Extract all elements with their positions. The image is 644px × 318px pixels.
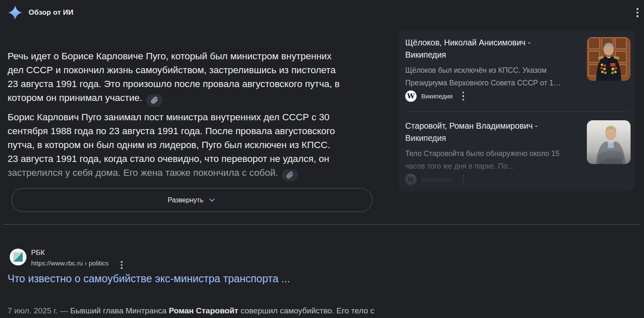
result-snippet-text: Бывший глава Минтранса: [70, 306, 169, 315]
result-breadcrumb-url[interactable]: https://www.rbc.ru › politics: [31, 259, 108, 268]
source-label: Википедия: [421, 176, 453, 183]
result-site-name[interactable]: РБК: [31, 248, 45, 257]
source-cards-panel: Щёлоков, Николай Анисимович - Википедия …: [399, 30, 635, 191]
source-card-title[interactable]: Старовойт, Роман Владимирович - Википеди…: [405, 120, 583, 144]
overview-paragraph: Борис Карлович Пуго занимал пост министр…: [8, 96, 401, 181]
wikipedia-icon: W: [405, 90, 417, 102]
ai-overview-header: Обзор от ИИ: [8, 5, 74, 20]
paragraph-text: Речь идет о Борисе Карловиче Пуго, котор…: [8, 51, 340, 103]
expand-button[interactable]: Развернуть: [11, 188, 372, 212]
source-card-snippet: Тело Старовойта было обнаружено около 15…: [405, 147, 583, 172]
expand-button-label: Развернуть: [168, 196, 203, 204]
source-card-title[interactable]: Щёлоков, Николай Анисимович - Википедия: [405, 37, 583, 61]
page-title: Обзор от ИИ: [29, 8, 74, 17]
citation-link-chip[interactable]: [282, 169, 298, 181]
overview-menu-button[interactable]: [636, 8, 639, 17]
source-card-attribution[interactable]: W Википедия: [405, 90, 464, 102]
paragraph-text: Борис Карлович Пуго занимал пост министр…: [8, 112, 335, 164]
result-menu-button[interactable]: [121, 261, 122, 269]
paragraph-text-faded: застрелился у себя дома. Его жена также …: [8, 167, 278, 178]
section-divider: [3, 224, 641, 225]
sparkle-icon: [8, 5, 23, 20]
card-thumbnail-starovoit[interactable]: [587, 120, 631, 164]
card-menu-button[interactable]: [462, 175, 465, 184]
card-thumbnail-schelokov[interactable]: [587, 37, 631, 81]
result-title-link[interactable]: Что известно о самоубийстве экс-министра…: [8, 271, 290, 286]
overview-paragraph: Речь идет о Борисе Карловиче Пуго, котор…: [8, 35, 401, 106]
chevron-down-icon: [208, 196, 216, 204]
result-snippet-date: 7 июл. 2025 г. —: [8, 306, 70, 315]
result-snippet-highlight: Роман Старовойт: [169, 306, 238, 315]
rbc-favicon[interactable]: [10, 249, 26, 265]
source-card-snippet: Щёлоков был исключён из КПСС. Указом Пре…: [405, 64, 583, 89]
source-label: Википедия: [421, 93, 453, 100]
result-snippet: 7 июл. 2025 г. — Бывший глава Минтранса …: [8, 290, 411, 318]
paperclip-icon: [286, 172, 293, 179]
ai-overview-page: Обзор от ИИ Речь идет о Борисе Карловиче…: [0, 0, 644, 318]
card-divider: [405, 111, 628, 112]
card-menu-button[interactable]: [462, 92, 465, 101]
source-card-attribution[interactable]: W Википедия: [405, 174, 464, 185]
wikipedia-icon: W: [405, 174, 417, 185]
